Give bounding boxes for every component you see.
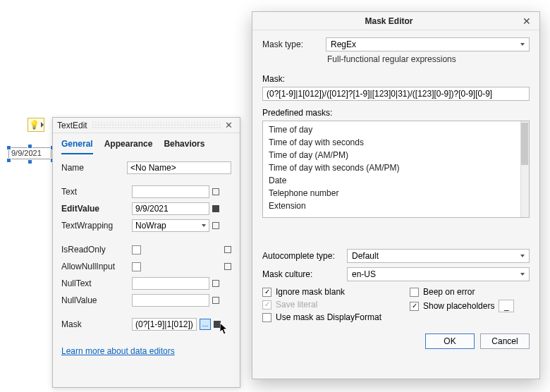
property-marker[interactable] — [212, 205, 219, 212]
designer-textedit-value: 9/9/2021 — [11, 149, 42, 157]
cancel-button[interactable]: Cancel — [480, 333, 530, 349]
nulltext-label: NullText — [61, 278, 132, 288]
mask-type-select[interactable]: RegEx — [326, 37, 530, 51]
close-icon[interactable]: ✕ — [520, 16, 534, 27]
textwrap-value: NoWrap — [135, 221, 166, 231]
allownull-checkbox[interactable] — [132, 262, 141, 271]
resize-handle[interactable] — [6, 145, 11, 150]
close-icon[interactable]: ✕ — [222, 120, 236, 130]
property-marker[interactable] — [214, 321, 221, 328]
chevron-down-icon — [520, 43, 525, 46]
designer-textedit[interactable]: 9/9/2021 — [8, 147, 51, 159]
text-input[interactable] — [132, 185, 209, 198]
list-item[interactable]: Time of day (AM/PM) — [269, 149, 515, 161]
mask-expression-input[interactable] — [262, 87, 530, 101]
beep-label: Beep on error — [423, 287, 475, 297]
mask-field-label: Mask: — [262, 74, 530, 84]
property-panel: TextEdit ✕ General Appearance Behaviors … — [52, 117, 240, 388]
resize-handle[interactable] — [6, 158, 11, 163]
chevron-down-icon — [202, 224, 206, 227]
cancel-button-label: Cancel — [491, 336, 518, 346]
save-literal-checkbox — [262, 300, 271, 310]
autocomplete-value: Default — [352, 251, 379, 261]
use-displayformat-label: Use mask as DisplayFormat — [276, 312, 381, 322]
readonly-checkbox[interactable] — [132, 245, 141, 255]
autocomplete-label: Autocomplete type: — [262, 251, 347, 261]
property-panel-titlebar[interactable]: TextEdit ✕ — [53, 118, 240, 133]
culture-value: en-US — [352, 269, 376, 279]
list-item[interactable]: Telephone number — [269, 187, 515, 200]
dialog-title: Mask Editor — [258, 16, 520, 26]
tab-behaviors[interactable]: Behaviors — [164, 139, 204, 154]
lightbulb-icon: 💡 — [29, 120, 39, 130]
mask-label: Mask — [61, 319, 132, 329]
readonly-label: IsReadOnly — [61, 245, 132, 255]
property-marker[interactable] — [212, 297, 219, 304]
mask-ellipsis-button[interactable]: … — [200, 319, 211, 330]
predefined-masks-label: Predefined masks: — [262, 108, 530, 118]
scrollbar[interactable] — [520, 121, 529, 217]
placeholder-char-input[interactable] — [499, 300, 514, 312]
editvalue-input[interactable] — [132, 202, 209, 215]
resize-handle[interactable] — [28, 144, 32, 149]
nulltext-input[interactable] — [132, 277, 209, 290]
use-displayformat-checkbox[interactable] — [262, 313, 271, 322]
property-marker[interactable] — [224, 263, 231, 270]
autocomplete-select[interactable]: Default — [347, 249, 530, 263]
resize-handle[interactable] — [28, 159, 32, 164]
beep-checkbox[interactable] — [410, 288, 419, 297]
textwrap-select[interactable]: NoWrap — [132, 219, 209, 232]
predefined-masks-list[interactable]: Time of day Time of day with seconds Tim… — [262, 121, 530, 218]
dialog-titlebar[interactable]: Mask Editor ✕ — [252, 12, 539, 30]
list-item[interactable]: Extension — [269, 200, 515, 212]
mask-input[interactable] — [132, 318, 197, 331]
allownull-label: AllowNullInput — [61, 262, 132, 271]
mask-editor-dialog: Mask Editor ✕ Mask type: RegEx Full-func… — [252, 11, 540, 379]
mask-type-label: Mask type: — [262, 39, 319, 49]
grip-icon — [92, 122, 222, 129]
name-input[interactable] — [127, 161, 231, 174]
show-placeholders-checkbox[interactable] — [410, 302, 419, 311]
chevron-down-icon — [520, 273, 525, 276]
list-item[interactable]: Time of day with seconds — [269, 136, 515, 149]
learn-more-link[interactable]: Learn more about data editors — [61, 346, 175, 356]
ok-button[interactable]: OK — [425, 333, 475, 349]
property-marker[interactable] — [224, 246, 231, 253]
list-item[interactable]: Time of day with seconds (AM/PM) — [269, 161, 515, 174]
nullvalue-input[interactable] — [132, 294, 209, 307]
ignore-blank-checkbox[interactable] — [262, 288, 271, 297]
list-item[interactable]: Date — [269, 174, 515, 187]
smart-tag-button[interactable]: 💡 — [28, 118, 44, 132]
ok-button-label: OK — [444, 336, 456, 346]
property-panel-title: TextEdit — [57, 121, 87, 130]
ignore-blank-label: Ignore mask blank — [276, 287, 345, 297]
mask-type-value: RegEx — [331, 39, 356, 49]
scrollbar-thumb[interactable] — [521, 123, 528, 165]
save-literal-label: Save literal — [276, 300, 317, 310]
editvalue-label: EditValue — [61, 204, 132, 214]
list-item[interactable]: Time of day — [269, 123, 515, 136]
tab-general[interactable]: General — [61, 139, 93, 154]
mask-type-description: Full-functional regular expressions — [327, 54, 530, 64]
culture-select[interactable]: en-US — [347, 267, 530, 281]
property-marker[interactable] — [212, 188, 219, 195]
property-marker[interactable] — [212, 280, 219, 287]
textwrap-label: TextWrapping — [61, 221, 132, 231]
property-marker[interactable] — [212, 222, 219, 229]
nullvalue-label: NullValue — [61, 295, 132, 305]
chevron-right-icon — [41, 122, 44, 128]
text-label: Text — [61, 187, 132, 197]
show-placeholders-label: Show placeholders — [423, 301, 494, 311]
tab-appearance[interactable]: Appearance — [104, 139, 153, 154]
chevron-down-icon — [520, 255, 525, 257]
name-label: Name — [61, 163, 127, 173]
culture-label: Mask culture: — [262, 269, 347, 279]
